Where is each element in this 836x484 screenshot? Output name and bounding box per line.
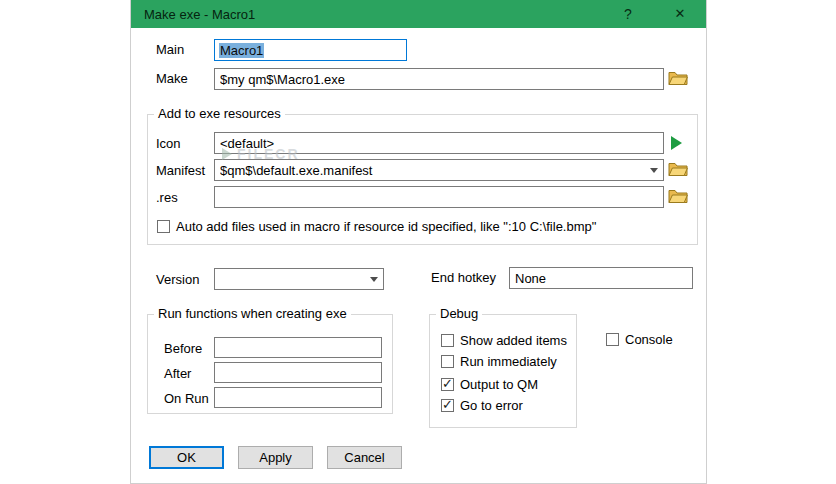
icon-label: Icon xyxy=(156,136,181,152)
window-title: Make exe - Macro1 xyxy=(144,7,255,22)
run-immediately-label[interactable]: Run immediately xyxy=(460,354,557,369)
show-added-items-label[interactable]: Show added items xyxy=(460,333,567,348)
res-browse-button[interactable] xyxy=(668,187,690,205)
make-browse-button[interactable] xyxy=(668,69,690,87)
folder-icon xyxy=(668,188,690,204)
apply-button[interactable]: Apply xyxy=(238,446,313,469)
after-label: After xyxy=(164,366,191,382)
version-dropdown-icon[interactable] xyxy=(370,277,378,282)
folder-icon xyxy=(668,161,690,177)
page-background: Make exe - Macro1 ? ✕ Main Macro1 Make A… xyxy=(0,0,836,484)
icon-input[interactable] xyxy=(214,132,664,154)
close-button[interactable]: ✕ xyxy=(665,0,695,28)
main-input-selected-text: Macro1 xyxy=(219,43,264,58)
auto-add-checkbox-row[interactable]: Auto add files used in macro if resource… xyxy=(157,219,596,234)
help-button[interactable]: ? xyxy=(613,0,643,28)
run-immediately-checkbox-row[interactable]: Run immediately xyxy=(441,354,557,369)
run-immediately-checkbox[interactable] xyxy=(441,355,454,368)
ok-button[interactable]: OK xyxy=(149,446,224,469)
make-exe-dialog: Make exe - Macro1 ? ✕ Main Macro1 Make A… xyxy=(130,0,707,484)
before-label: Before xyxy=(164,341,202,357)
folder-icon xyxy=(668,70,690,86)
end-hotkey-label: End hotkey xyxy=(431,270,496,286)
on-run-label: On Run xyxy=(164,391,209,407)
version-label: Version xyxy=(156,272,199,288)
manifest-dropdown-icon[interactable] xyxy=(650,168,658,173)
res-input[interactable] xyxy=(214,186,664,208)
go-to-error-checkbox-row[interactable]: Go to error xyxy=(441,398,523,413)
manifest-browse-button[interactable] xyxy=(668,160,690,178)
manifest-input[interactable] xyxy=(214,159,664,181)
on-run-input[interactable] xyxy=(214,387,382,408)
end-hotkey-input[interactable] xyxy=(509,267,693,289)
titlebar[interactable]: Make exe - Macro1 ? ✕ xyxy=(131,0,706,28)
make-label: Make xyxy=(156,71,188,87)
res-label: .res xyxy=(156,190,178,206)
make-input[interactable] xyxy=(214,68,664,90)
output-to-qm-checkbox[interactable] xyxy=(441,378,454,391)
cancel-button[interactable]: Cancel xyxy=(327,446,402,469)
auto-add-checkbox[interactable] xyxy=(157,220,170,233)
run-functions-group-title: Run functions when creating exe xyxy=(154,306,351,321)
version-combobox[interactable] xyxy=(214,268,384,290)
show-added-items-checkbox-row[interactable]: Show added items xyxy=(441,333,567,348)
go-to-error-checkbox[interactable] xyxy=(441,399,454,412)
output-to-qm-label[interactable]: Output to QM xyxy=(460,377,538,392)
go-to-error-label[interactable]: Go to error xyxy=(460,398,523,413)
main-input[interactable]: Macro1 xyxy=(214,39,407,61)
resources-group-title: Add to exe resources xyxy=(154,106,285,121)
manifest-label: Manifest xyxy=(156,163,205,179)
console-checkbox[interactable] xyxy=(606,333,619,346)
close-icon: ✕ xyxy=(675,6,686,21)
before-input[interactable] xyxy=(214,337,382,358)
after-input[interactable] xyxy=(214,362,382,383)
main-label: Main xyxy=(156,42,184,58)
debug-group-title: Debug xyxy=(436,306,482,321)
icon-pick-arrow-icon[interactable] xyxy=(671,136,682,150)
output-to-qm-checkbox-row[interactable]: Output to QM xyxy=(441,377,538,392)
console-checkbox-row[interactable]: Console xyxy=(606,332,673,347)
console-label[interactable]: Console xyxy=(625,332,673,347)
show-added-items-checkbox[interactable] xyxy=(441,334,454,347)
auto-add-checkbox-label[interactable]: Auto add files used in macro if resource… xyxy=(176,219,596,234)
